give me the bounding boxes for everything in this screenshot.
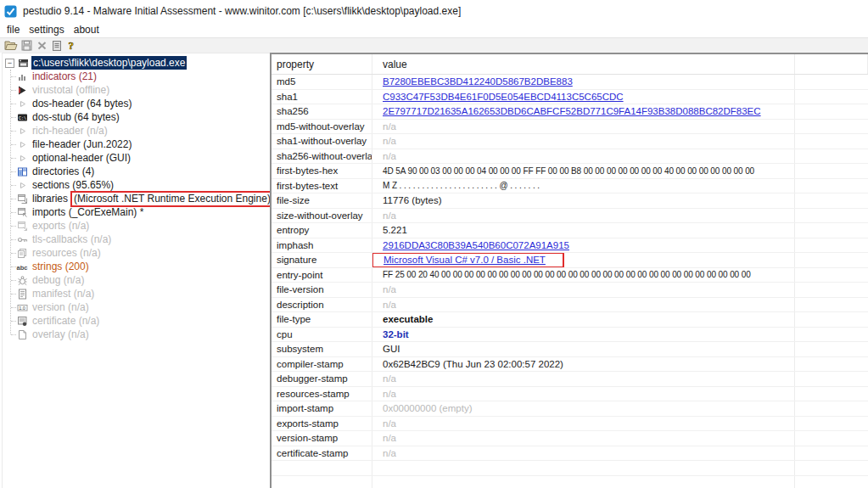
table-row[interactable]: sha2562E797717D21635A162653DBD6CABFCF52B… (272, 104, 868, 120)
table-row[interactable] (272, 461, 868, 476)
table-row[interactable]: compiler-stamp0x62B42BC9 (Thu Jun 23 02:… (272, 357, 868, 373)
table-row[interactable]: import-stamp0x00000000 (empty) (272, 401, 868, 417)
table-row[interactable]: file-size11776 (bytes) (272, 194, 868, 209)
value-cell: n/a (372, 134, 795, 149)
tree-item-virustotal[interactable]: virustotal (offline) (3, 83, 271, 97)
svg-text:C:\: C:\ (19, 115, 26, 121)
menu-item-about[interactable]: about (74, 24, 99, 36)
navigation-tree-panel: −c:\users\flikk\desktop\payload.exeindic… (2, 53, 271, 488)
table-row[interactable]: resources-stampn/a (272, 387, 868, 402)
tree-item-manifest[interactable]: manifest (n/a) (3, 287, 271, 300)
triangle-icon (16, 153, 28, 164)
abc-icon: abc (16, 261, 28, 272)
empty-cell (795, 417, 868, 431)
empty-cell (795, 149, 868, 164)
menu-item-settings[interactable]: settings (29, 24, 64, 36)
close-file-button[interactable] (34, 39, 49, 53)
table-row[interactable]: size-without-overlayn/a (272, 209, 868, 224)
column-header-value[interactable]: value (372, 54, 795, 74)
table-row[interactable]: file-versionn/a (272, 283, 868, 298)
menu-item-file[interactable]: file (7, 24, 20, 36)
tree-item-label: dos-stub (64 bytes) (31, 110, 121, 124)
table-row[interactable]: sha1-without-overlayn/a (272, 134, 868, 149)
table-row[interactable]: md5B7280EBEBC3BD412240D5867B2DBE883 (272, 75, 868, 90)
help-button[interactable]: ? (64, 39, 80, 53)
table-row[interactable]: cpu32-bit (272, 328, 868, 343)
value-text: n/a (383, 448, 396, 458)
save-button[interactable] (19, 39, 34, 53)
report-button[interactable] (49, 39, 64, 53)
empty-cell (795, 312, 868, 327)
table-row[interactable]: version-stampn/a (272, 431, 868, 446)
value-link[interactable]: C933C47F53DB4E61F0D5E054EBCD4113C5C65CDC (383, 92, 624, 102)
value-text: n/a (383, 136, 396, 146)
value-cell: GUI (372, 342, 795, 356)
value-text: n/a (383, 300, 396, 310)
tree-item-cusersflikkdesktoppayloadexe[interactable]: −c:\users\flikk\desktop\payload.exe (3, 56, 271, 70)
document-icon (52, 40, 62, 52)
tree-item-tls-callbacks[interactable]: tls-callbacks (n/a) (3, 233, 271, 246)
tree-item-file-header[interactable]: file-header (Jun.2022) (3, 137, 271, 151)
tree-item-strings[interactable]: abcstrings (200) (3, 260, 271, 273)
tree-item-dos-header[interactable]: dos-header (64 bytes) (3, 97, 271, 110)
table-row[interactable]: md5-without-overlayn/a (272, 120, 868, 135)
table-row[interactable]: file-typeexecutable (272, 312, 868, 328)
value-text: n/a (383, 433, 396, 443)
value-text: n/a (383, 418, 396, 429)
resources-icon (16, 248, 28, 259)
tree-item-label: debug (n/a) (31, 273, 86, 287)
value-link[interactable]: Microsoft Visual C# v7.0 / Basic .NET (384, 255, 546, 265)
table-row[interactable]: sha1C933C47F53DB4E61F0D5E054EBCD4113C5C6… (272, 90, 868, 105)
empty-cell (795, 328, 868, 342)
tree-item-rich-header[interactable]: rich-header (n/a) (3, 124, 271, 137)
tree-item-label: overlay (n/a) (31, 328, 91, 341)
table-row[interactable]: sha256-without-overlayn/a (272, 149, 868, 165)
table-header-row: property value (272, 54, 868, 75)
table-row[interactable]: entry-pointFF 25 00 20 40 00 00 00 00 00… (272, 268, 868, 283)
tree-item-version[interactable]: 1.0version (n/a) (3, 300, 271, 314)
tree-item-label: virustotal (offline) (31, 83, 111, 97)
table-row[interactable]: certificate-stampn/a (272, 446, 868, 462)
open-folder-icon (4, 40, 18, 51)
empty-cell (795, 75, 868, 89)
tree-item-optional-header[interactable]: optional-header (GUI) (3, 151, 271, 165)
column-header-property[interactable]: property (272, 54, 372, 74)
tree-item-resources[interactable]: resources (n/a) (3, 246, 271, 260)
table-row[interactable]: subsystemGUI (272, 342, 868, 357)
table-row[interactable]: first-bytes-hex4D 5A 90 00 03 00 00 00 0… (272, 164, 868, 179)
collapse-toggle-icon[interactable]: − (5, 59, 14, 68)
table-row[interactable]: descriptionn/a (272, 298, 868, 313)
value-link[interactable]: B7280EBEBC3BD412240D5867B2DBE883 (383, 76, 573, 87)
tree-item-certificate[interactable]: certificate (n/a) (3, 314, 271, 328)
tree-item-dos-stub[interactable]: C:\dos-stub (64 bytes) (3, 110, 271, 124)
value-text: 11776 (bytes) (383, 195, 441, 205)
window-title: pestudio 9.14 - Malware Initial Assessme… (23, 5, 461, 17)
table-row[interactable]: first-bytes-textM Z . . . . . . . . . . … (272, 179, 868, 194)
tree-item-label: strings (200) (31, 260, 91, 273)
table-row[interactable]: debugger-stampn/a (272, 372, 868, 387)
property-cell: first-bytes-hex (272, 164, 372, 178)
tree-item-libraries[interactable]: libraries(Microsoft .NET Runtime Executi… (3, 192, 271, 205)
tree-item-debug[interactable]: debug (n/a) (3, 273, 271, 287)
table-row[interactable]: exports-stampn/a (272, 417, 868, 432)
tree-item-label: version (n/a) (31, 300, 91, 314)
value-cell (372, 476, 795, 488)
tree-item-overlay[interactable]: overlay (n/a) (3, 328, 271, 341)
tree-item-directories[interactable]: directories (4) (3, 165, 271, 178)
value-link[interactable]: 2916DDA3C80B39A540B60C072A91A915 (383, 240, 569, 250)
value-cell: 4D 5A 90 00 03 00 00 00 04 00 00 00 FF F… (372, 164, 795, 178)
table-row[interactable]: imphash2916DDA3C80B39A540B60C072A91A915 (272, 238, 868, 254)
tree-item-indicators[interactable]: indicators (21) (3, 70, 271, 83)
value-link[interactable]: 2E797717D21635A162653DBD6CABFCF52BD771C9… (383, 106, 761, 116)
open-file-button[interactable] (3, 39, 19, 53)
value-cell: n/a (372, 149, 795, 164)
value-cell: C933C47F53DB4E61F0D5E054EBCD4113C5C65CDC (372, 90, 795, 104)
value-cell: B7280EBEBC3BD412240D5867B2DBE883 (372, 75, 795, 89)
table-row[interactable]: signatureMicrosoft Visual C# v7.0 / Basi… (272, 253, 868, 268)
property-cell: debugger-stamp (272, 372, 372, 386)
tree-item-imports[interactable]: imports (_CorExeMain) * (3, 205, 271, 219)
table-row[interactable]: entropy5.221 (272, 223, 868, 238)
table-row[interactable] (272, 476, 868, 488)
tree-item-exports[interactable]: exports (n/a) (3, 219, 271, 233)
value-cell: n/a (372, 387, 795, 401)
